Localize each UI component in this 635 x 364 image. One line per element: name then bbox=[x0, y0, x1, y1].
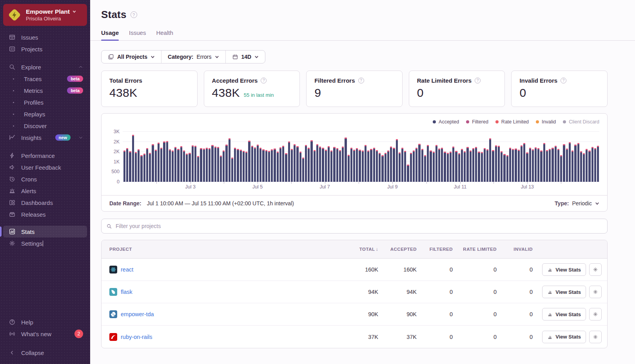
view-stats-button[interactable]: View Stats bbox=[542, 308, 586, 321]
chart-bar[interactable] bbox=[143, 154, 145, 182]
chart-bar[interactable] bbox=[407, 165, 409, 182]
chart-bar[interactable] bbox=[529, 148, 531, 182]
chart-bar[interactable] bbox=[438, 148, 440, 182]
chart-bar[interactable] bbox=[370, 149, 372, 182]
chart-bar[interactable] bbox=[285, 153, 287, 182]
chart-bar[interactable] bbox=[217, 147, 219, 182]
chart-bar[interactable] bbox=[512, 149, 514, 182]
chart-bar[interactable] bbox=[348, 155, 350, 182]
help-icon[interactable]: ? bbox=[131, 11, 137, 18]
chart-bar[interactable] bbox=[135, 152, 137, 182]
sidebar-item-user-feedback[interactable]: User Feedback bbox=[3, 161, 87, 173]
chart-bar[interactable] bbox=[214, 147, 216, 182]
chart-bar[interactable] bbox=[365, 145, 366, 182]
view-stats-button[interactable]: View Stats bbox=[542, 263, 586, 276]
help-icon[interactable]: ? bbox=[261, 78, 267, 83]
chart-bar[interactable] bbox=[206, 148, 208, 182]
chart-bar[interactable] bbox=[552, 148, 553, 182]
project-settings-button[interactable] bbox=[589, 331, 602, 343]
column-header-project[interactable]: PROJECT bbox=[102, 247, 339, 252]
chart-bar[interactable] bbox=[237, 149, 239, 182]
chart-bar[interactable] bbox=[555, 146, 557, 182]
chart-bar[interactable] bbox=[475, 147, 477, 182]
chart-bar[interactable] bbox=[330, 150, 332, 182]
chart-bar[interactable] bbox=[430, 150, 432, 182]
sidebar-item-crons[interactable]: Crons bbox=[3, 173, 87, 185]
chart-bar[interactable] bbox=[132, 135, 134, 182]
chart-bar[interactable] bbox=[310, 140, 312, 182]
legend-item-accepted[interactable]: Accepted bbox=[433, 119, 459, 125]
chart-bar[interactable] bbox=[489, 138, 491, 182]
chart-type-dropdown[interactable]: Type: Periodic bbox=[555, 200, 599, 206]
chart-bar[interactable] bbox=[211, 145, 213, 182]
chart-bar[interactable] bbox=[396, 139, 398, 182]
sidebar-item-help[interactable]: Help bbox=[3, 316, 87, 328]
chart-bar[interactable] bbox=[126, 148, 128, 182]
chart-bar[interactable] bbox=[563, 144, 565, 182]
column-header-accepted[interactable]: ACCEPTED bbox=[381, 247, 420, 252]
chart-bar[interactable] bbox=[342, 147, 344, 182]
chart-bar[interactable] bbox=[359, 150, 361, 182]
tab-issues[interactable]: Issues bbox=[129, 29, 146, 40]
chart-bar[interactable] bbox=[296, 146, 298, 182]
sidebar-item-performance[interactable]: Performance bbox=[3, 150, 87, 161]
project-link[interactable]: ruby-on-rails bbox=[121, 334, 152, 340]
chart-bar[interactable] bbox=[543, 143, 545, 182]
chart-bar[interactable] bbox=[484, 148, 486, 182]
chart-bar[interactable] bbox=[288, 141, 290, 182]
chart-bar[interactable] bbox=[245, 152, 247, 182]
chart-bar[interactable] bbox=[447, 153, 449, 182]
chart-bar[interactable] bbox=[158, 143, 160, 182]
chart-bar[interactable] bbox=[353, 150, 355, 182]
chart-bar[interactable] bbox=[461, 149, 463, 182]
sidebar-item-collapse[interactable]: Collapse bbox=[3, 347, 87, 359]
view-stats-button[interactable]: View Stats bbox=[542, 331, 586, 343]
chart-bar[interactable] bbox=[328, 146, 330, 182]
chart-bar[interactable] bbox=[316, 144, 318, 182]
project-settings-button[interactable] bbox=[589, 308, 602, 321]
chart-bar[interactable] bbox=[557, 149, 559, 182]
chart-bar[interactable] bbox=[387, 150, 389, 182]
sidebar-item-alerts[interactable]: Alerts bbox=[3, 185, 87, 197]
chart-bar[interactable] bbox=[174, 147, 176, 182]
chart-bar[interactable] bbox=[129, 151, 131, 182]
chart-bar[interactable] bbox=[597, 146, 599, 182]
chart-bar[interactable] bbox=[509, 148, 511, 182]
chart-bar[interactable] bbox=[220, 156, 222, 182]
chart-bar[interactable] bbox=[532, 149, 534, 182]
chart-bar[interactable] bbox=[172, 150, 174, 182]
sidebar-item-projects[interactable]: Projects bbox=[3, 43, 87, 55]
chart-bar[interactable] bbox=[308, 148, 310, 182]
chart-bar[interactable] bbox=[194, 146, 196, 182]
chart-bar[interactable] bbox=[450, 152, 452, 182]
chart-bar[interactable] bbox=[588, 150, 590, 182]
chart-bar[interactable] bbox=[569, 142, 571, 182]
chart-bar[interactable] bbox=[435, 145, 437, 182]
chart-bar[interactable] bbox=[225, 145, 227, 182]
chart-bar[interactable] bbox=[333, 147, 335, 182]
chart-bar[interactable] bbox=[518, 150, 520, 182]
chart-bar[interactable] bbox=[274, 148, 276, 182]
legend-item-filtered[interactable]: Filtered bbox=[466, 119, 488, 125]
chart-bar[interactable] bbox=[583, 153, 585, 182]
chart-bar[interactable] bbox=[305, 145, 307, 182]
chart-bar[interactable] bbox=[282, 146, 284, 182]
chart-bar[interactable] bbox=[339, 150, 341, 182]
chart-bar[interactable] bbox=[503, 154, 505, 182]
chart-bar[interactable] bbox=[413, 150, 415, 182]
chart-bar[interactable] bbox=[336, 148, 338, 182]
chart-bar[interactable] bbox=[183, 150, 185, 182]
legend-item-rate-limited[interactable]: Rate Limited bbox=[495, 119, 529, 125]
chart-bar[interactable] bbox=[401, 148, 403, 182]
chart-bar[interactable] bbox=[424, 155, 426, 182]
chart-bar[interactable] bbox=[577, 143, 579, 182]
chart-bar[interactable] bbox=[197, 156, 199, 182]
chart-bar[interactable] bbox=[189, 153, 190, 182]
sidebar-item-traces[interactable]: Tracesbeta bbox=[3, 73, 87, 85]
chart-bar[interactable] bbox=[379, 153, 381, 182]
chart-bar[interactable] bbox=[404, 151, 406, 182]
sidebar-item-insights[interactable]: Insights new bbox=[3, 132, 87, 143]
chart-bar[interactable] bbox=[251, 146, 253, 182]
chart-bar[interactable] bbox=[277, 152, 279, 182]
chart-bar[interactable] bbox=[566, 148, 568, 182]
